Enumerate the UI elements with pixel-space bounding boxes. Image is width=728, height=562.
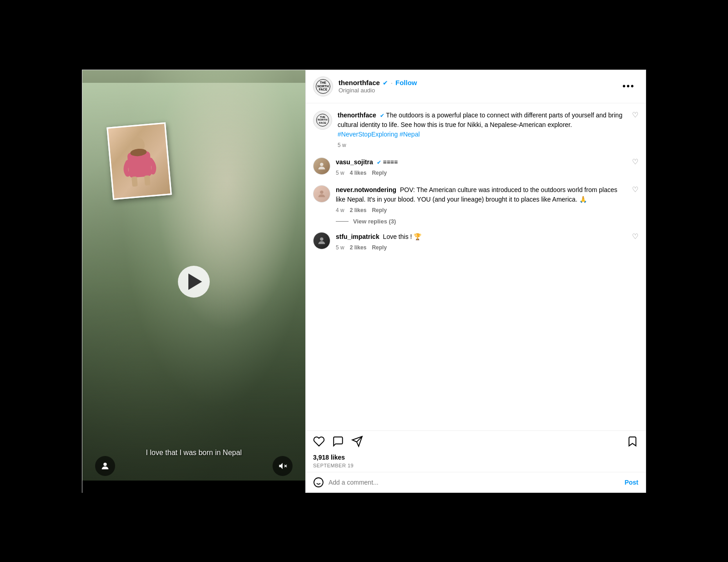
comment-input[interactable] <box>329 479 620 486</box>
emoji-icon <box>313 477 324 488</box>
stfu-comment-content: Love this ! 🏆 <box>383 233 422 240</box>
svg-point-8 <box>320 162 323 166</box>
video-bottom-bar <box>82 481 305 493</box>
likes-count: 3,918 likes <box>306 452 646 462</box>
share-icon <box>351 435 363 447</box>
vasu-reply-button[interactable]: Reply <box>372 170 387 176</box>
stfu-avatar[interactable] <box>313 232 330 249</box>
stfu-username[interactable]: stfu_impatrick <box>336 233 379 240</box>
comment-stfu: stfu_impatrick Love this ! 🏆 5 w 2 likes… <box>313 232 638 251</box>
share-button[interactable] <box>351 435 363 447</box>
never-username[interactable]: never.notwondering <box>336 186 396 193</box>
main-comment-heart-button[interactable]: ♡ <box>632 111 638 119</box>
bookmark-button[interactable] <box>627 435 638 447</box>
vasu-avatar[interactable] <box>313 157 330 175</box>
header-username[interactable]: thenorthface <box>339 79 380 86</box>
action-icons-group <box>313 435 363 447</box>
photo-card <box>106 122 172 200</box>
main-comment-username[interactable]: thenorthface <box>338 111 376 119</box>
comment-button[interactable] <box>332 435 344 447</box>
video-panel: I love that I was born in Nepal <box>82 70 305 493</box>
header-verified-icon: ✔ <box>383 79 388 86</box>
never-reply-button[interactable]: Reply <box>372 207 387 213</box>
stfu-comment-body: stfu_impatrick Love this ! 🏆 5 w 2 likes… <box>336 232 627 251</box>
svg-point-13 <box>314 478 323 487</box>
person-icon <box>100 461 110 471</box>
add-comment-bar: Post <box>306 472 646 492</box>
vasu-comment-text: vasu_sojitra ✔ ≡≡≡≡ <box>336 157 627 167</box>
play-button[interactable] <box>178 266 210 298</box>
never-comment-text: never.notwondering POV: The American cul… <box>336 185 627 204</box>
main-comment-meta: 5 w <box>338 142 627 148</box>
header-avatar[interactable]: THENORTHFACE <box>313 76 333 96</box>
child-illustration <box>119 134 159 187</box>
svg-rect-3 <box>131 176 138 187</box>
comment-never: never.notwondering POV: The American cul… <box>313 185 638 213</box>
stfu-avatar-icon <box>317 236 327 246</box>
video-mute-button[interactable] <box>273 456 293 476</box>
never-avatar-icon <box>317 189 327 199</box>
vasu-comment-content: ≡≡≡≡ <box>383 158 398 166</box>
view-replies-button[interactable]: View replies (3) <box>336 218 638 225</box>
emoji-button[interactable] <box>313 477 324 488</box>
like-button[interactable] <box>313 435 325 447</box>
tnf-logo: THENORTHFACE <box>316 79 330 94</box>
actions-bar <box>306 430 646 452</box>
main-comment-text: thenorthface ✔ The outdoors is a powerfu… <box>338 111 627 139</box>
stfu-reply-button[interactable]: Reply <box>372 244 387 251</box>
main-comment-time: 5 w <box>338 142 346 148</box>
header-username-row: thenorthface ✔ · Follow <box>339 79 619 86</box>
stfu-comment-likes: 2 likes <box>350 244 367 251</box>
vasu-comment-meta: 5 w 4 likes Reply <box>336 170 627 176</box>
view-replies-text: View replies (3) <box>353 218 396 225</box>
main-comment-avatar[interactable]: THENORTHFACE <box>313 111 332 130</box>
svg-point-10 <box>320 237 323 240</box>
right-panel: THENORTHFACE thenorthface ✔ · Follow Ori… <box>305 70 646 492</box>
header-subtitle: Original audio <box>339 87 619 94</box>
post-date: September 19 <box>306 462 646 472</box>
vasu-username[interactable]: vasu_sojitra <box>336 158 373 166</box>
play-triangle-icon <box>188 273 202 290</box>
header-info: thenorthface ✔ · Follow Original audio <box>339 79 619 94</box>
comments-area[interactable]: THENORTHFACE thenorthface ✔ The outdoors… <box>306 103 646 430</box>
vasu-comment-likes: 4 likes <box>350 170 367 176</box>
video-avatar-button[interactable] <box>95 456 115 476</box>
stfu-comment-meta: 5 w 2 likes Reply <box>336 244 627 251</box>
svg-point-5 <box>103 462 106 466</box>
vasu-verified-icon: ✔ <box>377 159 381 166</box>
never-heart-button[interactable]: ♡ <box>632 185 638 194</box>
comment-vasu: vasu_sojitra ✔ ≡≡≡≡ 5 w 4 likes Reply ♡ <box>313 157 638 176</box>
photo-card-image <box>108 123 171 198</box>
stfu-comment-text: stfu_impatrick Love this ! 🏆 <box>336 232 627 242</box>
comment-icon <box>332 435 344 447</box>
post-comment-button[interactable]: Post <box>625 479 638 486</box>
more-options-button[interactable]: ••• <box>619 79 638 93</box>
never-avatar[interactable] <box>313 185 330 203</box>
video-subtitle: I love that I was born in Nepal <box>82 449 305 457</box>
main-comment-verified-icon: ✔ <box>380 112 384 119</box>
svg-point-9 <box>320 190 323 193</box>
main-comment-body: thenorthface ✔ The outdoors is a powerfu… <box>338 111 627 148</box>
follow-button[interactable]: Follow <box>395 79 417 86</box>
tnf-small-logo: THENORTHFACE <box>316 114 329 127</box>
never-comment-likes: 2 likes <box>350 207 367 213</box>
main-post-comment: THENORTHFACE thenorthface ✔ The outdoors… <box>313 111 638 148</box>
bookmark-icon <box>627 435 638 447</box>
stfu-comment-time: 5 w <box>336 244 344 251</box>
post-header: THENORTHFACE thenorthface ✔ · Follow Ori… <box>306 70 646 103</box>
never-comment-meta: 4 w 2 likes Reply <box>336 207 627 213</box>
heart-icon <box>313 435 325 447</box>
header-dot-separator: · <box>391 79 393 86</box>
mute-icon <box>278 461 287 471</box>
vasu-comment-body: vasu_sojitra ✔ ≡≡≡≡ 5 w 4 likes Reply <box>336 157 627 176</box>
vasu-heart-button[interactable]: ♡ <box>632 157 638 166</box>
vasu-comment-time: 5 w <box>336 170 344 176</box>
vasu-avatar-icon <box>317 161 327 171</box>
svg-rect-4 <box>144 175 151 186</box>
stfu-heart-button[interactable]: ♡ <box>632 232 638 241</box>
view-replies-line <box>336 221 349 222</box>
main-comment-hashtags[interactable]: #NeverStopExploring #Nepal <box>338 131 420 138</box>
never-comment-time: 4 w <box>336 207 344 213</box>
never-comment-body: never.notwondering POV: The American cul… <box>336 185 627 213</box>
